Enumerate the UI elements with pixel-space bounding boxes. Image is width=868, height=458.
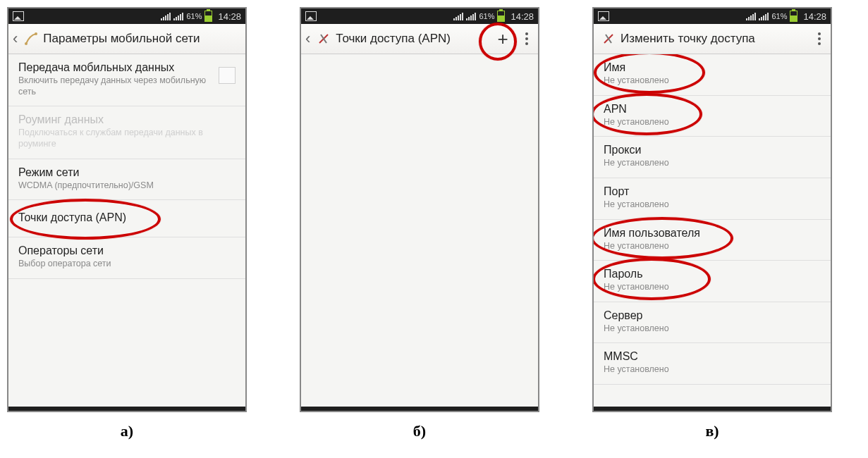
app-icon — [316, 31, 331, 47]
item-label: Операторы сети — [18, 245, 236, 257]
signal-icon — [466, 12, 476, 20]
caption-b: б) — [413, 422, 426, 440]
field-label: Прокси — [604, 144, 821, 156]
status-time: 14:28 — [218, 11, 241, 22]
screen-title: Точки доступа (APN) — [336, 32, 486, 46]
add-apn-button[interactable]: + — [490, 28, 515, 50]
field-label: Имя пользователя — [604, 227, 821, 240]
battery-icon — [790, 11, 797, 22]
field-value: Не установлено — [604, 158, 794, 169]
screen-title: Параметры мобильной сети — [43, 32, 241, 46]
apn-fields-list: Имя Не установлено APN Не установлено Пр… — [594, 54, 831, 407]
column-c: 61% 14:28 Изменить точку доступа Имя Не … — [592, 7, 832, 440]
item-operators[interactable]: Операторы сети Выбор оператора сети — [8, 237, 245, 279]
item-sub: Подключаться к службам передачи данных в… — [18, 128, 209, 149]
phone-a: 61% 14:28 ‹ Параметры мобильной сети Пер… — [7, 7, 247, 412]
caption-c: в) — [705, 422, 719, 440]
field-username[interactable]: Имя пользователя Не установлено — [594, 220, 831, 261]
field-label: Пароль — [604, 268, 821, 280]
settings-list: Передача мобильных данных Включить перед… — [8, 54, 245, 407]
item-mobile-data[interactable]: Передача мобильных данных Включить перед… — [8, 54, 245, 106]
field-proxy[interactable]: Прокси Не установлено — [594, 137, 831, 178]
back-icon[interactable]: ‹ — [11, 30, 19, 48]
phone-c: 61% 14:28 Изменить точку доступа Имя Не … — [592, 7, 832, 412]
signal-icon — [453, 12, 463, 20]
field-port[interactable]: Порт Не установлено — [594, 178, 831, 220]
nav-strip — [8, 407, 245, 411]
nav-strip — [301, 407, 538, 411]
battery-percent: 61% — [479, 12, 494, 20]
column-b: 61% 14:28 ‹ Точки доступа (APN) + б) — [300, 7, 539, 440]
svg-point-1 — [35, 32, 37, 35]
title-bar: ‹ Параметры мобильной сети — [8, 24, 245, 54]
app-icon — [601, 31, 616, 47]
field-label: Сервер — [604, 309, 821, 322]
field-label: Порт — [604, 185, 821, 198]
status-bar: 61% 14:28 — [8, 8, 245, 24]
status-bar: 61% 14:28 — [301, 8, 538, 24]
item-label: Режим сети — [18, 166, 236, 179]
overflow-menu-icon[interactable] — [520, 30, 534, 48]
field-label: APN — [604, 103, 821, 116]
battery-icon — [497, 11, 505, 22]
item-network-mode[interactable]: Режим сети WCDMA (предпочтительно)/GSM — [8, 159, 245, 201]
svg-point-0 — [25, 42, 27, 45]
nav-strip — [594, 407, 831, 411]
battery-percent: 61% — [186, 12, 202, 20]
item-label: Передача мобильных данных — [18, 61, 236, 74]
phone-b: 61% 14:28 ‹ Точки доступа (APN) + — [300, 7, 539, 412]
field-password[interactable]: Пароль Не установлено — [594, 261, 831, 302]
back-icon[interactable]: ‹ — [304, 30, 312, 48]
field-server[interactable]: Сервер Не установлено — [594, 302, 831, 344]
status-time: 14:28 — [511, 11, 534, 22]
status-bar: 61% 14:28 — [594, 8, 831, 24]
app-icon — [23, 31, 39, 47]
item-sub: WCDMA (предпочтительно)/GSM — [18, 180, 209, 192]
status-time: 14:28 — [803, 11, 826, 22]
column-a: 61% 14:28 ‹ Параметры мобильной сети Пер… — [7, 7, 247, 440]
screen-title: Изменить точку доступа — [621, 32, 808, 46]
title-bar: Изменить точку доступа — [594, 24, 831, 54]
field-value: Не установлено — [604, 282, 794, 293]
item-apn[interactable]: Точки доступа (APN) — [8, 200, 245, 237]
battery-percent: 61% — [771, 12, 787, 20]
field-value: Не установлено — [604, 117, 794, 128]
field-value: Не установлено — [604, 323, 794, 335]
overflow-menu-icon[interactable] — [812, 30, 826, 48]
field-value: Не установлено — [604, 75, 794, 87]
picture-icon — [305, 11, 317, 21]
item-sub: Выбор оператора сети — [18, 259, 209, 270]
item-roaming: Роуминг данных Подключаться к службам пе… — [8, 106, 245, 159]
signal-icon — [161, 12, 171, 20]
field-value: Не установлено — [604, 364, 794, 376]
highlight-ellipse — [594, 54, 705, 94]
checkbox-icon[interactable] — [219, 67, 236, 84]
signal-icon — [173, 12, 183, 20]
apn-list — [301, 54, 538, 407]
title-bar: ‹ Точки доступа (APN) + — [301, 24, 538, 54]
screenshot-row: 61% 14:28 ‹ Параметры мобильной сети Пер… — [4, 7, 868, 440]
field-label: Имя — [604, 61, 821, 74]
signal-icon — [746, 12, 756, 20]
field-mmsc[interactable]: MMSC Не установлено — [594, 343, 831, 385]
field-value: Не установлено — [604, 199, 794, 211]
battery-icon — [204, 11, 212, 22]
caption-a: а) — [121, 422, 133, 440]
field-value: Не установлено — [604, 241, 794, 252]
signal-icon — [759, 12, 769, 20]
item-sub: Включить передачу данных через мобильную… — [18, 75, 209, 97]
item-label: Точки доступа (APN) — [18, 211, 236, 224]
picture-icon — [13, 11, 24, 21]
picture-icon — [598, 11, 609, 21]
item-label: Роуминг данных — [18, 113, 236, 126]
field-name[interactable]: Имя Не установлено — [594, 54, 831, 96]
field-apn[interactable]: APN Не установлено — [594, 96, 831, 137]
field-label: MMSC — [604, 350, 821, 363]
